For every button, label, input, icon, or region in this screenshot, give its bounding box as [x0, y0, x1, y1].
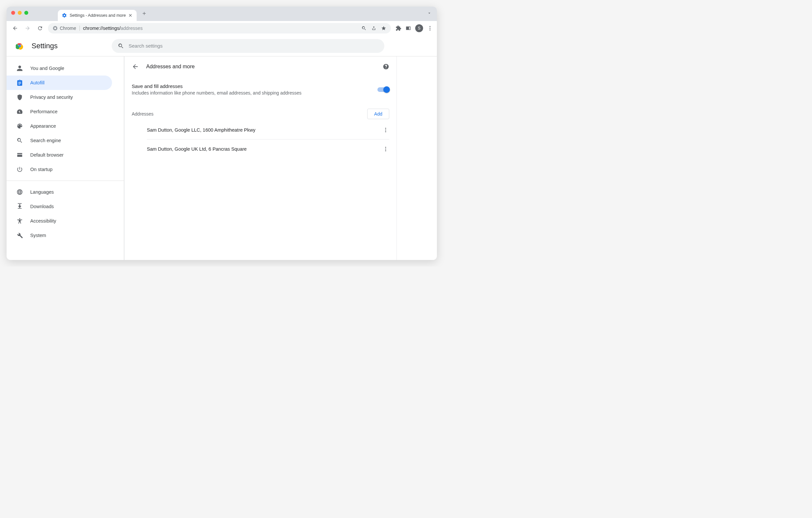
svg-point-9 — [385, 129, 386, 130]
browser-window-icon — [17, 152, 23, 158]
sidebar-item-label: Accessibility — [30, 218, 56, 223]
sidebar-item-label: On startup — [30, 167, 53, 172]
panel-back-button[interactable] — [132, 63, 139, 70]
new-tab-button[interactable]: ＋ — [141, 9, 147, 17]
svg-point-11 — [385, 147, 386, 148]
svg-point-1 — [54, 27, 56, 29]
sidebar-item-autofill[interactable]: Autofill — [6, 75, 112, 90]
settings-sidebar: You and Google Autofill Privacy and secu… — [6, 57, 124, 260]
sidebar-item-label: Performance — [30, 109, 57, 114]
wrench-icon — [17, 232, 23, 239]
sidebar-item-label: Appearance — [30, 123, 56, 129]
sidebar-item-label: Privacy and security — [30, 95, 73, 100]
help-icon[interactable] — [383, 63, 389, 70]
sidebar-item-label: System — [30, 233, 46, 238]
forward-button[interactable] — [23, 24, 32, 33]
address-summary: Sam Dutton, Google UK Ltd, 6 Pancras Squ… — [147, 146, 247, 152]
settings-app: Settings You and Google Autofill — [6, 35, 437, 260]
settings-main: Addresses and more Save and fill address… — [124, 57, 437, 260]
settings-header: Settings — [6, 35, 437, 57]
address-bar[interactable]: Chrome chrome://settings/addresses — [48, 23, 391, 33]
address-summary: Sam Dutton, Google LLC, 1600 Amphitheatr… — [147, 127, 255, 133]
sidebar-item-languages[interactable]: Languages — [6, 185, 112, 199]
svg-point-12 — [385, 149, 386, 150]
person-icon — [17, 65, 23, 71]
sidebar-item-default-browser[interactable]: Default browser — [6, 148, 112, 162]
toggle-subtitle: Includes information like phone numbers,… — [132, 90, 301, 95]
sidebar-divider — [6, 181, 124, 181]
sidebar-item-downloads[interactable]: Downloads — [6, 199, 112, 214]
address-row[interactable]: Sam Dutton, Google UK Ltd, 6 Pancras Squ… — [147, 140, 389, 158]
sidebar-item-label: Languages — [30, 189, 54, 195]
back-button[interactable] — [10, 24, 20, 33]
settings-search[interactable] — [112, 39, 384, 53]
power-icon — [17, 166, 23, 173]
bookmark-star-icon[interactable] — [381, 26, 386, 31]
sidebar-item-label: Autofill — [30, 80, 45, 85]
sidebar-item-performance[interactable]: Performance — [6, 104, 112, 119]
address-more-button[interactable] — [381, 125, 390, 135]
minimize-window-button[interactable] — [18, 11, 22, 15]
site-info-chip[interactable]: Chrome — [53, 26, 76, 31]
addresses-section-label: Addresses — [132, 111, 153, 117]
add-address-button[interactable]: Add — [367, 109, 389, 119]
browser-toolbar: Chrome chrome://settings/addresses S — [6, 21, 437, 35]
save-and-fill-toggle-row: Save and fill addresses Includes informa… — [132, 79, 389, 100]
zoom-icon[interactable] — [361, 26, 367, 31]
titlebar: Settings - Addresses and more ✕ ＋ — [6, 6, 437, 21]
sidebar-item-label: You and Google — [30, 66, 64, 71]
chrome-logo-icon — [16, 42, 24, 50]
sidebar-item-label: Search engine — [30, 138, 61, 143]
side-panel-icon[interactable] — [405, 25, 411, 31]
browser-tab[interactable]: Settings - Addresses and more ✕ — [58, 10, 137, 21]
share-icon[interactable] — [371, 26, 376, 31]
sidebar-item-accessibility[interactable]: Accessibility — [6, 214, 112, 228]
maximize-window-button[interactable] — [24, 11, 28, 15]
svg-point-4 — [430, 29, 431, 30]
sidebar-item-appearance[interactable]: Appearance — [6, 119, 112, 133]
browser-window: Settings - Addresses and more ✕ ＋ Chrome… — [6, 6, 437, 260]
sidebar-item-system[interactable]: System — [6, 228, 112, 243]
window-controls — [11, 11, 28, 15]
svg-point-8 — [385, 128, 386, 129]
svg-point-10 — [385, 131, 386, 132]
svg-point-3 — [430, 28, 431, 29]
omnibox-divider — [80, 26, 80, 31]
svg-point-13 — [385, 150, 386, 151]
extensions-icon[interactable] — [396, 25, 401, 31]
gear-icon — [62, 13, 67, 18]
toggle-title: Save and fill addresses — [132, 83, 301, 89]
reload-button[interactable] — [35, 24, 45, 33]
site-info-label: Chrome — [60, 26, 76, 31]
addresses-list: Sam Dutton, Google LLC, 1600 Amphitheatr… — [147, 120, 389, 158]
tab-overflow-button[interactable] — [427, 11, 432, 16]
panel-title: Addresses and more — [146, 64, 195, 69]
palette-icon — [17, 123, 23, 129]
address-row[interactable]: Sam Dutton, Google LLC, 1600 Amphitheatr… — [147, 120, 389, 140]
sidebar-item-you-and-google[interactable]: You and Google — [6, 61, 112, 75]
profile-avatar[interactable]: S — [415, 24, 423, 32]
settings-app-title: Settings — [32, 42, 58, 50]
sidebar-item-label: Default browser — [30, 152, 64, 158]
sidebar-item-label: Downloads — [30, 204, 54, 209]
close-window-button[interactable] — [11, 11, 15, 15]
sidebar-item-search-engine[interactable]: Search engine — [6, 133, 112, 148]
search-icon — [17, 137, 23, 144]
shield-icon — [17, 94, 23, 100]
url-text: chrome://settings/addresses — [83, 26, 143, 31]
accessibility-icon — [17, 218, 23, 224]
save-and-fill-toggle[interactable] — [377, 87, 389, 92]
tab-title: Settings - Addresses and more — [70, 13, 126, 18]
svg-point-2 — [430, 26, 431, 27]
speedometer-icon — [17, 108, 23, 115]
sidebar-item-privacy-and-security[interactable]: Privacy and security — [6, 90, 112, 104]
address-more-button[interactable] — [381, 144, 390, 154]
download-icon — [17, 203, 23, 210]
search-icon — [118, 43, 124, 49]
clipboard-icon — [17, 80, 23, 86]
close-tab-button[interactable]: ✕ — [128, 13, 133, 18]
settings-search-input[interactable] — [129, 43, 378, 49]
sidebar-item-on-startup[interactable]: On startup — [6, 162, 112, 177]
kebab-menu-icon[interactable] — [427, 25, 433, 31]
addresses-panel: Addresses and more Save and fill address… — [124, 57, 397, 260]
